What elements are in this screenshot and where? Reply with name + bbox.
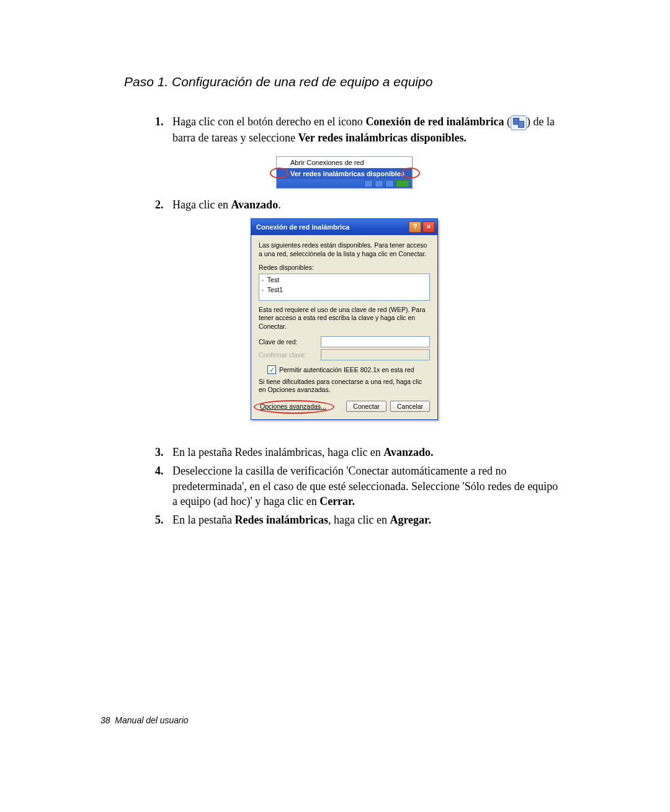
step-number: 3. bbox=[155, 445, 172, 460]
wireless-tray-icon bbox=[511, 115, 527, 130]
advanced-options-button[interactable]: Opciones avanzadas... bbox=[259, 402, 328, 411]
context-menu-figure: Abrir Conexiones de red Ver redes inalám… bbox=[276, 156, 413, 190]
ctxmenu-item-open[interactable]: Abrir Conexiones de red bbox=[277, 157, 412, 168]
list-item[interactable]: Test1 bbox=[262, 285, 427, 295]
taskbar-strip bbox=[277, 179, 412, 188]
network-key-input[interactable] bbox=[321, 336, 430, 347]
step-number: 1. bbox=[155, 114, 172, 145]
step-4-text: Deseleccione la casilla de verificación … bbox=[172, 463, 565, 509]
ieee-checkbox[interactable]: ✓ bbox=[267, 365, 276, 374]
step-number: 4. bbox=[155, 463, 172, 509]
available-networks-label: Redes disponibles: bbox=[259, 264, 430, 271]
trouble-note: Si tiene dificultades para conectarse a … bbox=[259, 378, 430, 395]
step-number: 2. bbox=[155, 197, 172, 212]
dialog-title: Conexión de red inalámbrica bbox=[256, 223, 408, 231]
dialog-description: Las siguientes redes están disponibles. … bbox=[259, 241, 430, 258]
dialog-titlebar: Conexión de red inalámbrica ? × bbox=[251, 219, 437, 235]
step-2-text: Haga clic en Avanzado. bbox=[172, 197, 565, 212]
step-5-text: En la pestaña Redes inalámbricas, haga c… bbox=[172, 512, 565, 527]
confirm-key-label: Confirmar clave: bbox=[259, 351, 321, 359]
section-title: Paso 1. Configuración de una red de equi… bbox=[124, 74, 565, 89]
step-number: 5. bbox=[155, 512, 172, 527]
wep-note: Esta red requiere el uso de una clave de… bbox=[259, 306, 430, 331]
ieee-checkbox-label: Permitir autenticación IEEE 802.1x en es… bbox=[279, 366, 414, 373]
help-button[interactable]: ? bbox=[409, 221, 421, 233]
confirm-key-input bbox=[321, 349, 430, 360]
ieee-checkbox-row[interactable]: ✓ Permitir autenticación IEEE 802.1x en … bbox=[267, 365, 430, 374]
page-footer: 38 Manual del usuario bbox=[100, 715, 189, 725]
close-button[interactable]: × bbox=[422, 221, 435, 233]
list-item[interactable]: Test bbox=[262, 275, 427, 285]
step-1-text: Haga clic con el botón derecho en el ico… bbox=[172, 114, 565, 145]
wireless-dialog: Conexión de red inalámbrica ? × Las sigu… bbox=[251, 218, 438, 419]
cancel-button[interactable]: Cancelar bbox=[390, 401, 430, 412]
networks-listbox[interactable]: Test Test1 bbox=[259, 274, 430, 301]
connect-button[interactable]: Conectar bbox=[346, 401, 386, 412]
step-3-text: En la pestaña Redes inalámbricas, haga c… bbox=[172, 445, 565, 460]
key-label: Clave de red: bbox=[259, 338, 321, 346]
ctxmenu-item-view-networks[interactable]: Ver redes inalámbricas disponibles bbox=[277, 168, 412, 179]
